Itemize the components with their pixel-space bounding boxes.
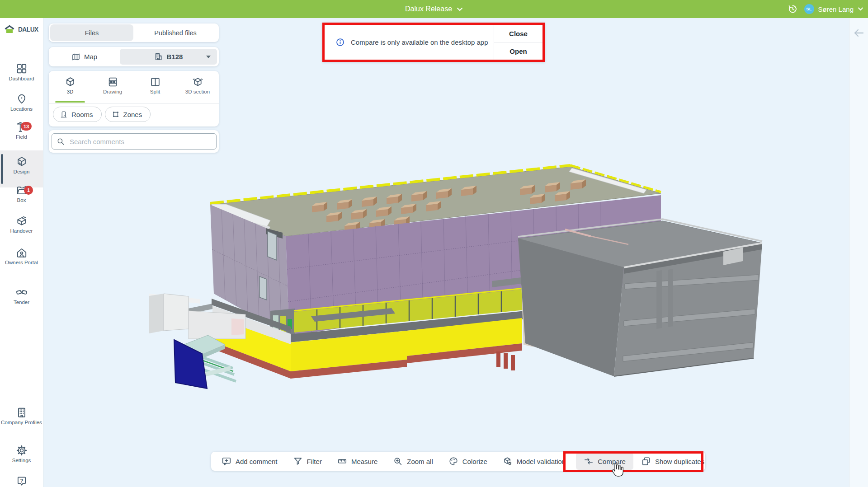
- sidebar-item-settings[interactable]: Settings: [0, 445, 43, 464]
- filter-icon: [293, 456, 303, 466]
- show-duplicates-icon: [641, 456, 651, 466]
- rooms-button[interactable]: Rooms: [53, 107, 102, 122]
- 3d-cube-icon: [65, 76, 76, 88]
- sidebar-item-label: Box: [0, 197, 43, 203]
- logo-text: DALUX: [18, 25, 38, 33]
- view-mode-panel: 3D Drawing Split: [49, 71, 219, 126]
- building-selector-value: B128: [167, 53, 183, 61]
- drawing-icon: [107, 76, 118, 88]
- sidebar-item-label: Field: [0, 134, 43, 140]
- dalux-logo[interactable]: DALUX: [0, 23, 43, 34]
- colorize-button[interactable]: Colorize: [441, 453, 495, 470]
- filter-button[interactable]: Filter: [285, 453, 330, 470]
- building-selector[interactable]: B128: [120, 49, 217, 65]
- tab-3d[interactable]: 3D: [49, 71, 91, 103]
- compare-button[interactable]: Compare: [576, 453, 633, 470]
- toolbar-label: Add comment: [236, 458, 278, 465]
- sidebar-item-label: Company Profiles: [0, 420, 43, 426]
- collapsed-side-panel[interactable]: [849, 18, 868, 487]
- toolbar-label: Zoom all: [407, 458, 433, 465]
- dashboard-icon: [16, 63, 28, 75]
- sidebar-item-owners-portal[interactable]: Owners Portal: [0, 247, 43, 266]
- split-view-icon: [150, 76, 161, 88]
- notification-message: Compare is only available on the desktop…: [351, 38, 488, 46]
- sidebar-item-tender[interactable]: Tender: [0, 286, 43, 305]
- toolbar-label: Colorize: [462, 458, 487, 465]
- sidebar: DALUX Dashboard Locations 13 Field: [0, 18, 43, 487]
- open-button[interactable]: Open: [494, 42, 542, 60]
- zones-button[interactable]: Zones: [105, 107, 151, 122]
- sidebar-item-design[interactable]: Design: [0, 150, 43, 187]
- zoom-all-button[interactable]: Zoom all: [385, 453, 441, 470]
- sidebar-item-locations[interactable]: Locations: [0, 93, 43, 112]
- sidebar-item-handover[interactable]: Handover: [0, 215, 43, 234]
- view-tab-label: 3D section: [185, 89, 210, 94]
- close-button[interactable]: Close: [494, 25, 542, 42]
- zones-label: Zones: [123, 111, 142, 118]
- locations-icon: [16, 93, 28, 105]
- compare-arrows-icon: [584, 456, 594, 466]
- model-validation-button[interactable]: Model validation: [495, 453, 573, 470]
- chevron-down-icon: [457, 7, 463, 11]
- toolbar-label: Show duplicates: [655, 458, 704, 465]
- search-comments-field[interactable]: [52, 133, 217, 150]
- show-duplicates-button[interactable]: Show duplicates: [633, 453, 712, 470]
- tab-split[interactable]: Split: [134, 71, 176, 103]
- toolbar-label: Filter: [307, 458, 322, 465]
- tab-drawing[interactable]: Drawing: [91, 71, 134, 103]
- sidebar-item-dashboard[interactable]: Dashboard: [0, 63, 43, 82]
- toolbar-label: Model validation: [517, 458, 566, 465]
- add-comment-icon: [222, 456, 231, 466]
- caret-down-icon: [206, 56, 211, 58]
- user-menu[interactable]: SL Søren Lang: [804, 4, 863, 14]
- sidebar-item-company-profiles[interactable]: Company Profiles: [0, 407, 43, 426]
- model-white-walls: [149, 294, 245, 339]
- svg-text:?: ?: [20, 478, 23, 483]
- search-icon: [57, 137, 65, 146]
- model-gray-structure: [518, 219, 762, 376]
- sidebar-item-field[interactable]: 13 Field: [0, 121, 43, 140]
- project-selector[interactable]: Dalux Release: [0, 0, 868, 18]
- sidebar-item-help[interactable]: ? Help: [0, 475, 43, 487]
- sidebar-item-label: Design: [0, 169, 43, 175]
- tab-files[interactable]: Files: [50, 24, 133, 41]
- map-icon: [71, 52, 80, 61]
- top-bar: Dalux Release SL Søren Lang: [0, 0, 868, 18]
- chevron-down-icon: [858, 7, 863, 11]
- search-input[interactable]: [69, 137, 212, 146]
- measure-button[interactable]: Measure: [330, 453, 385, 470]
- owners-portal-icon: [16, 247, 28, 258]
- history-icon[interactable]: [787, 4, 798, 14]
- 3d-section-icon: [192, 76, 203, 88]
- field-badge: 13: [21, 122, 32, 131]
- sidebar-item-label: Tender: [0, 300, 43, 305]
- tender-handshake-icon: [16, 286, 28, 298]
- view-tab-label: 3D: [67, 89, 74, 94]
- add-comment-button[interactable]: Add comment: [214, 453, 285, 470]
- project-title: Dalux Release: [405, 5, 452, 13]
- map-button[interactable]: Map: [49, 47, 120, 66]
- model-blue-assembly: [174, 335, 236, 389]
- sidebar-item-box[interactable]: 1 Box: [0, 184, 43, 203]
- sidebar-item-label: Settings: [0, 458, 43, 464]
- dalux-house-icon: [4, 23, 15, 34]
- sidebar-item-label: Dashboard: [0, 76, 43, 82]
- info-icon: [335, 37, 345, 47]
- back-arrow-icon[interactable]: [854, 29, 864, 37]
- box-badge: 1: [24, 186, 33, 195]
- viewer-toolbar: Add comment Filter Measure Zoom all: [211, 452, 705, 471]
- zones-icon: [112, 110, 120, 118]
- sidebar-item-label: Owners Portal: [0, 260, 43, 266]
- toolbar-label: Compare: [598, 458, 626, 465]
- model-main-building: [210, 165, 661, 340]
- tab-3d-section[interactable]: 3D section: [176, 71, 219, 103]
- measure-ruler-icon: [337, 456, 347, 466]
- help-icon: ?: [16, 475, 28, 487]
- model-podium: [212, 244, 536, 379]
- zoom-all-icon: [393, 456, 403, 466]
- model-validation-icon: [503, 456, 513, 466]
- design-icon: [16, 156, 28, 168]
- dalux-app: Dalux Release SL Søren Lang DALUX: [0, 0, 868, 487]
- tab-published-files[interactable]: Published files: [133, 24, 217, 41]
- sidebar-item-label: Handover: [0, 228, 43, 234]
